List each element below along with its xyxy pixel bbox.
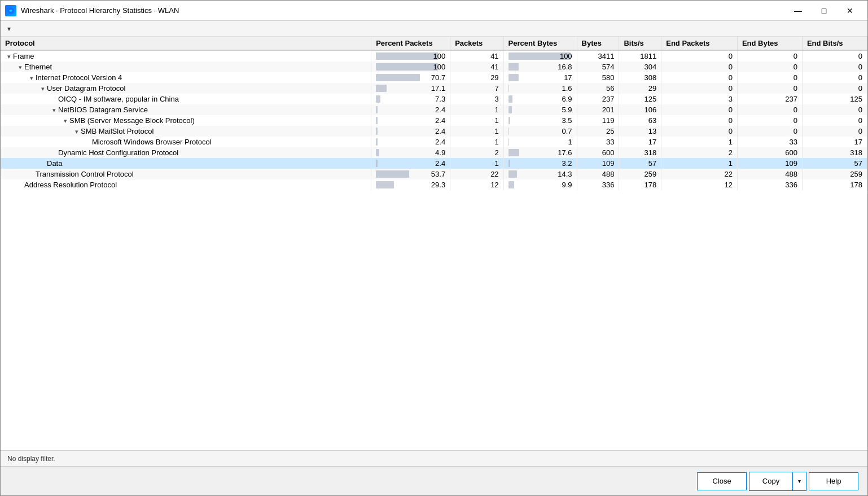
protocol-cell: ▾User Datagram Protocol (1, 83, 371, 94)
protocol-cell: OICQ - IM software, popular in China (1, 94, 371, 104)
percent-bytes-value: 14.3 (508, 170, 572, 178)
help-button[interactable]: Help (809, 472, 858, 490)
col-packets: Packets (450, 37, 503, 50)
percent-packets-value: 100 (376, 63, 445, 71)
percent-bytes-cell: 1.6 (503, 83, 577, 94)
table-row[interactable]: ▾Internet Protocol Version 470.729175803… (1, 72, 867, 83)
end-bits-per-sec-cell: 17 (802, 137, 867, 147)
protocol-cell: Transmission Control Protocol (1, 169, 371, 179)
packets-cell: 7 (450, 83, 503, 94)
table-row[interactable]: ▾Ethernet1004116.8574304000 (1, 62, 867, 72)
protocol-name: Internet Protocol Version 4 (36, 73, 122, 82)
bytes-cell: 237 (577, 94, 619, 104)
table-row[interactable]: Dynamic Host Configuration Protocol4.921… (1, 147, 867, 158)
protocol-name: Frame (13, 52, 34, 60)
table-row[interactable]: ▾SMB MailSlot Protocol2.410.72513000 (1, 126, 867, 137)
bytes-cell: 56 (577, 83, 619, 94)
end-bytes-cell: 0 (737, 115, 802, 126)
close-window-button[interactable]: ✕ (837, 3, 863, 19)
protocol-cell: ▾SMB (Server Message Block Protocol) (1, 115, 371, 126)
percent-bytes-cell: 1 (503, 137, 577, 147)
title-bar: Wireshark · Protocol Hierarchy Statistic… (1, 1, 867, 21)
maximize-button[interactable]: □ (811, 3, 837, 19)
display-filter-dropdown[interactable]: ▾ (3, 24, 15, 34)
percent-packets-value: 2.4 (376, 106, 445, 114)
protocol-name: Address Resolution Protocol (24, 181, 117, 189)
end-packets-cell: 1 (661, 158, 738, 169)
percent-packets-cell: 29.3 (371, 179, 450, 190)
expand-icon[interactable]: ▾ (62, 117, 69, 125)
table-row[interactable]: ▾NetBIOS Datagram Service2.415.920110600… (1, 104, 867, 115)
col-bits-s: Bits/s (619, 37, 661, 50)
end-bytes-cell: 33 (737, 137, 802, 147)
packets-cell: 29 (450, 72, 503, 83)
protocol-cell: ▾SMB MailSlot Protocol (1, 126, 371, 137)
protocol-cell: Data (1, 158, 371, 169)
table-row[interactable]: OICQ - IM software, popular in China7.33… (1, 94, 867, 104)
bytes-cell: 488 (577, 169, 619, 179)
bottom-bar: Close Copy ▾ Help (1, 466, 867, 495)
percent-packets-cell: 100 (371, 62, 450, 72)
packets-cell: 41 (450, 62, 503, 72)
packets-cell: 22 (450, 169, 503, 179)
close-button[interactable]: Close (697, 472, 747, 490)
percent-packets-cell: 17.1 (371, 83, 450, 94)
end-packets-cell: 0 (661, 104, 738, 115)
bits-per-sec-cell: 29 (619, 83, 661, 94)
end-bytes-cell: 0 (737, 72, 802, 83)
bits-per-sec-cell: 63 (619, 115, 661, 126)
protocol-cell: Address Resolution Protocol (1, 179, 371, 190)
end-packets-cell: 0 (661, 126, 738, 137)
percent-bytes-cell: 100 (503, 50, 577, 62)
end-bits-per-sec-cell: 0 (802, 83, 867, 94)
percent-bytes-cell: 6.9 (503, 94, 577, 104)
percent-packets-cell: 70.7 (371, 72, 450, 83)
protocol-name: Dynamic Host Configuration Protocol (58, 148, 178, 157)
percent-packets-value: 2.4 (376, 116, 445, 125)
percent-bytes-cell: 14.3 (503, 169, 577, 179)
percent-bytes-value: 1.6 (508, 84, 572, 93)
table-row[interactable]: ▾SMB (Server Message Block Protocol)2.41… (1, 115, 867, 126)
expand-icon[interactable]: ▾ (16, 64, 24, 71)
end-bytes-cell: 600 (737, 147, 802, 158)
end-bits-per-sec-cell: 178 (802, 179, 867, 190)
status-bar: No display filter. (1, 450, 867, 466)
title-bar-controls: — □ ✕ (785, 3, 863, 19)
bytes-cell: 109 (577, 158, 619, 169)
percent-bytes-cell: 0.7 (503, 126, 577, 137)
end-bits-per-sec-cell: 0 (802, 115, 867, 126)
protocol-name: Ethernet (24, 63, 52, 71)
end-packets-cell: 3 (661, 94, 738, 104)
table-row[interactable]: Address Resolution Protocol29.3129.93361… (1, 179, 867, 190)
table-row[interactable]: Microsoft Windows Browser Protocol2.4113… (1, 137, 867, 147)
bits-per-sec-cell: 178 (619, 179, 661, 190)
protocol-name: NetBIOS Datagram Service (58, 106, 148, 114)
table-row[interactable]: Transmission Control Protocol53.72214.34… (1, 169, 867, 179)
copy-button[interactable]: Copy (749, 472, 792, 490)
percent-packets-value: 2.4 (376, 138, 445, 146)
table-row[interactable]: ▾Frame1004110034111811000 (1, 50, 867, 62)
col-bytes: Bytes (577, 37, 619, 50)
copy-dropdown-button[interactable]: ▾ (792, 472, 806, 490)
percent-packets-cell: 2.4 (371, 158, 450, 169)
percent-packets-value: 2.4 (376, 159, 445, 168)
minimize-button[interactable]: — (785, 3, 811, 19)
end-bytes-cell: 0 (737, 50, 802, 62)
packets-cell: 3 (450, 94, 503, 104)
percent-bytes-value: 3.2 (508, 159, 572, 168)
bits-per-sec-cell: 13 (619, 126, 661, 137)
expand-icon[interactable]: ▾ (39, 85, 47, 93)
table-row[interactable]: ▾User Datagram Protocol17.171.65629000 (1, 83, 867, 94)
bits-per-sec-cell: 308 (619, 72, 661, 83)
percent-packets-cell: 2.4 (371, 115, 450, 126)
expand-icon[interactable]: ▾ (50, 107, 58, 114)
table-row[interactable]: Data2.413.210957110957 (1, 158, 867, 169)
bits-per-sec-cell: 57 (619, 158, 661, 169)
packets-cell: 41 (450, 50, 503, 62)
percent-packets-cell: 53.7 (371, 169, 450, 179)
expand-icon[interactable]: ▾ (73, 128, 81, 135)
expand-icon[interactable]: ▾ (28, 74, 36, 82)
percent-packets-value: 7.3 (376, 95, 445, 103)
status-text: No display filter. (7, 455, 55, 463)
expand-icon[interactable]: ▾ (5, 53, 13, 60)
